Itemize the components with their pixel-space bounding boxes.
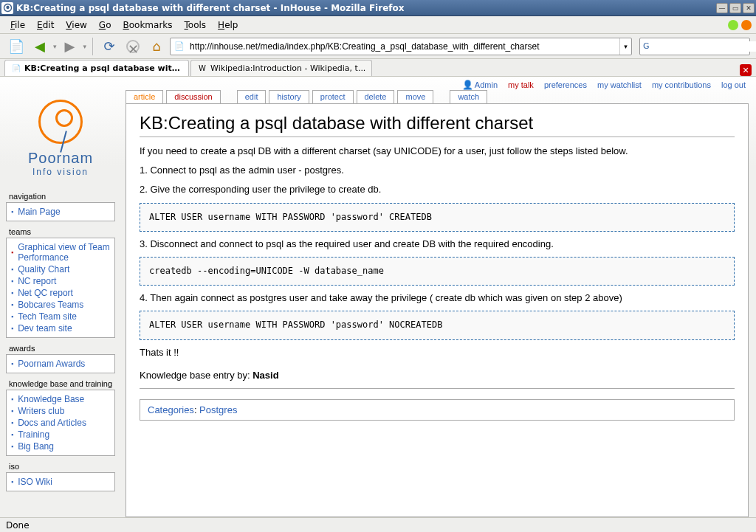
- status-text: Done: [6, 520, 30, 531]
- kb-link[interactable]: Big Bang: [18, 441, 54, 452]
- wikipedia-icon: W: [197, 63, 207, 74]
- portlet-title: knowledge base and training: [6, 379, 115, 390]
- link-mytalk[interactable]: my talk: [508, 80, 534, 89]
- window-titlebar: ⦿ KB:Creating a psql database with diffe…: [0, 0, 756, 16]
- link-watchlist[interactable]: my watchlist: [597, 80, 642, 89]
- maximize-button[interactable]: ▭: [729, 3, 741, 13]
- browser-tab-0[interactable]: 📄 KB:Creating a psql database with...: [4, 60, 189, 76]
- stop-button[interactable]: ✕: [123, 36, 143, 57]
- article-step4: 4. Then again connect as postgres user a…: [140, 291, 735, 305]
- reload-button[interactable]: ⟳: [99, 36, 120, 57]
- close-tab-button[interactable]: ✕: [740, 64, 752, 76]
- back-button[interactable]: ◀: [30, 36, 50, 57]
- portlet-title: iso: [6, 462, 115, 472]
- link-contributions[interactable]: my contributions: [652, 80, 711, 89]
- personal-links: 👤Admin my talk preferences my watchlist …: [462, 80, 746, 90]
- link-logout[interactable]: log out: [721, 80, 746, 89]
- ca-protect[interactable]: protect: [312, 90, 354, 103]
- iso-link[interactable]: ISO Wiki: [18, 477, 52, 487]
- search-box[interactable]: G: [639, 38, 750, 55]
- menu-view[interactable]: View: [60, 18, 92, 32]
- content-action-tabs: article discussion edit history protect …: [126, 90, 490, 103]
- ca-watch[interactable]: watch: [450, 90, 487, 103]
- ca-history[interactable]: history: [269, 90, 309, 103]
- search-input[interactable]: [653, 41, 756, 52]
- teams-link[interactable]: Bobcares Teams: [18, 300, 83, 310]
- kb-link[interactable]: Training: [18, 429, 49, 440]
- ca-discussion[interactable]: discussion: [166, 90, 220, 103]
- kb-link[interactable]: Docs and Articles: [18, 418, 86, 428]
- forward-button[interactable]: ▶: [60, 36, 80, 57]
- user-icon: 👤: [462, 80, 473, 90]
- teams-link[interactable]: NC report: [18, 276, 56, 286]
- teams-link[interactable]: Tech Team site: [18, 311, 77, 322]
- url-input[interactable]: [188, 41, 619, 52]
- ca-article[interactable]: article: [126, 90, 163, 103]
- article-intro: If you need to create a psql DB with a d…: [140, 145, 735, 158]
- categories-link[interactable]: Categories: [148, 404, 194, 415]
- logo-swirl-icon: [38, 100, 83, 144]
- category-postgres[interactable]: Postgres: [199, 404, 237, 415]
- menu-file[interactable]: File: [4, 18, 31, 32]
- ca-delete[interactable]: delete: [357, 90, 395, 103]
- status-orange-icon: [741, 20, 752, 30]
- ca-move[interactable]: move: [397, 90, 433, 103]
- teams-link[interactable]: Dev team site: [18, 323, 72, 334]
- portlet-teams: teams Graphical view of Team Performance…: [6, 227, 115, 338]
- teams-link[interactable]: Quality Chart: [18, 264, 69, 274]
- page-icon: 📄: [11, 63, 21, 74]
- portlet-navigation: navigation Main Page: [6, 192, 115, 221]
- awards-link[interactable]: Poornam Awards: [18, 359, 85, 369]
- menu-edit[interactable]: Edit: [31, 18, 60, 32]
- link-admin[interactable]: Admin: [475, 80, 498, 89]
- teams-link[interactable]: Graphical view of Team Performance: [18, 242, 111, 263]
- code-block-3: ALTER USER username WITH PASSWORD 'passw…: [140, 311, 735, 339]
- menubar: File Edit View Go Bookmarks Tools Help: [0, 16, 756, 34]
- browser-tab-1[interactable]: W Wikipedia:Introduction - Wikipedia, t.…: [190, 60, 372, 76]
- code-block-1: ALTER USER username WITH PASSWORD 'passw…: [140, 203, 735, 232]
- tab-label: Wikipedia:Introduction - Wikipedia, t...: [210, 63, 365, 73]
- article-thatsit: Thats it !!: [140, 346, 735, 359]
- tab-label: KB:Creating a psql database with...: [24, 63, 182, 73]
- article-step2: 2. Give the corresponding user the privi…: [140, 183, 735, 196]
- article-content: KB:Creating a psql database with differe…: [126, 103, 749, 517]
- status-green-icon: [728, 20, 738, 30]
- url-bar[interactable]: 📄 ▾: [170, 38, 632, 55]
- kb-link[interactable]: Writers club: [18, 406, 64, 416]
- kb-link[interactable]: Knowledge Base: [18, 394, 84, 404]
- portlet-iso: iso ISO Wiki: [6, 462, 115, 491]
- link-preferences[interactable]: preferences: [544, 80, 587, 89]
- article-step1: 1. Connect to psql as the admin user - p…: [140, 164, 735, 177]
- window-title: KB:Creating a psql database with differe…: [16, 3, 715, 13]
- article-title: KB:Creating a psql database with differe…: [140, 113, 735, 137]
- search-engine-icon: G: [643, 41, 650, 52]
- url-dropdown[interactable]: ▾: [619, 38, 631, 55]
- menu-tools[interactable]: Tools: [179, 18, 213, 32]
- categories-box: Categories: Postgres: [140, 399, 735, 421]
- toolbar: 📄 ◀ ▾ ▶ ▾ ⟳ ✕ ⌂ 📄 ▾ G: [0, 34, 756, 59]
- article-step3: 3. Disconnect and connect to psql as the…: [140, 238, 735, 251]
- kb-entry-by: Knowledge base entry by: Nasid: [140, 370, 735, 389]
- portlet-title: awards: [6, 344, 115, 354]
- tab-bar: 📄 KB:Creating a psql database with... W …: [0, 59, 756, 77]
- page-viewport: 👤Admin my talk preferences my watchlist …: [0, 77, 756, 517]
- home-button[interactable]: ⌂: [146, 36, 167, 57]
- menu-go[interactable]: Go: [93, 18, 117, 32]
- site-icon: 📄: [173, 41, 185, 52]
- new-tab-button[interactable]: 📄: [6, 36, 27, 57]
- ca-edit[interactable]: edit: [237, 90, 267, 103]
- teams-link[interactable]: Net QC report: [18, 288, 73, 298]
- minimize-button[interactable]: —: [716, 3, 728, 13]
- code-block-2: createdb --encoding=UNICODE -W database_…: [140, 257, 735, 286]
- statusbar: Done: [0, 517, 756, 532]
- close-button[interactable]: ✕: [743, 3, 755, 13]
- site-logo[interactable]: Poornam Info vision: [6, 90, 115, 186]
- menu-bookmarks[interactable]: Bookmarks: [117, 18, 178, 32]
- app-icon: ⦿: [1, 2, 13, 14]
- menu-help[interactable]: Help: [212, 18, 244, 32]
- logo-text-2: Info vision: [32, 167, 89, 177]
- nav-main-page[interactable]: Main Page: [18, 207, 60, 217]
- left-column: Poornam Info vision navigation Main Page…: [6, 90, 115, 491]
- portlet-title: teams: [6, 227, 115, 238]
- portlet-kb: knowledge base and training Knowledge Ba…: [6, 379, 115, 456]
